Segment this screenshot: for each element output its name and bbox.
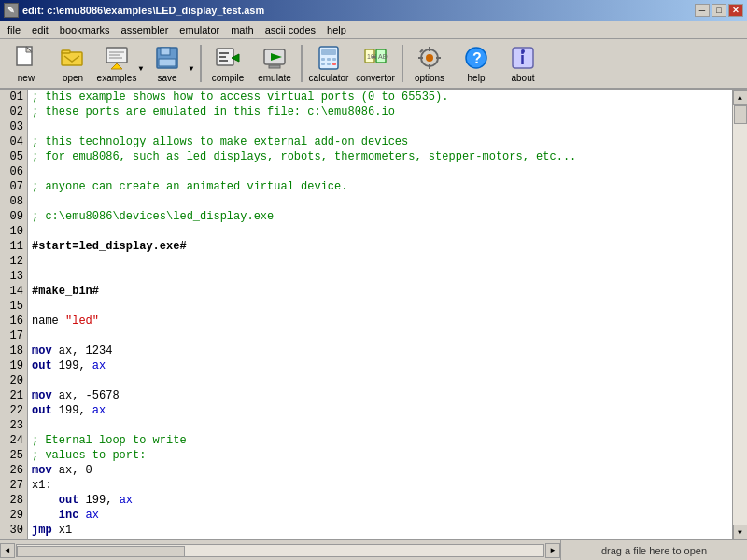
code-line: ; this technology allows to make externa… bbox=[32, 134, 732, 149]
compile-button[interactable]: compile bbox=[205, 41, 250, 86]
line-number: 24 bbox=[0, 433, 27, 448]
menu-item-emulator[interactable]: emulator bbox=[174, 22, 225, 37]
new-button[interactable]: new bbox=[4, 41, 49, 86]
line-number: 03 bbox=[0, 119, 27, 134]
convertor-label: convertor bbox=[356, 73, 395, 83]
save-button[interactable]: save bbox=[148, 41, 187, 86]
svg-rect-23 bbox=[327, 58, 331, 61]
code-line: ; for emu8086, such as led displays, rob… bbox=[32, 149, 732, 164]
line-number: 31 bbox=[0, 538, 27, 539]
menu-item-bookmarks[interactable]: bookmarks bbox=[54, 22, 116, 37]
open-button[interactable]: open bbox=[50, 41, 95, 86]
menu-item-ascii codes[interactable]: ascii codes bbox=[260, 22, 321, 37]
svg-rect-24 bbox=[332, 58, 336, 61]
line-number: 07 bbox=[0, 179, 27, 194]
svg-rect-11 bbox=[159, 59, 176, 66]
examples-dropdown-arrow[interactable]: ▼ bbox=[136, 41, 146, 86]
help-button[interactable]: ? help bbox=[454, 41, 499, 86]
examples-button-wrap: examples ▼ bbox=[97, 41, 146, 86]
line-number: 29 bbox=[0, 508, 27, 523]
options-label: options bbox=[415, 73, 444, 83]
scroll-thumb[interactable] bbox=[734, 105, 747, 124]
line-number: 06 bbox=[0, 164, 27, 179]
about-label: about bbox=[511, 73, 534, 83]
emulate-button[interactable]: emulate bbox=[252, 41, 297, 86]
svg-rect-36 bbox=[429, 64, 430, 69]
code-line: mov ax, 1234 bbox=[32, 343, 732, 358]
drag-status-text: drag a file here to open bbox=[560, 540, 747, 561]
line-number: 23 bbox=[0, 418, 27, 433]
svg-marker-8 bbox=[111, 63, 122, 69]
code-line bbox=[32, 224, 732, 239]
scroll-right-arrow[interactable]: ► bbox=[545, 543, 560, 558]
options-icon bbox=[415, 44, 444, 71]
code-line: out 199, ax bbox=[32, 358, 732, 373]
code-line: out 199, ax bbox=[32, 493, 732, 508]
calculator-button[interactable]: calculator bbox=[306, 41, 351, 86]
line-number: 26 bbox=[0, 463, 27, 478]
svg-rect-26 bbox=[327, 63, 331, 65]
menu-item-edit[interactable]: edit bbox=[26, 22, 54, 37]
save-dropdown-arrow[interactable]: ▼ bbox=[187, 41, 196, 86]
line-number: 21 bbox=[0, 388, 27, 403]
menu-item-help[interactable]: help bbox=[321, 22, 352, 37]
svg-rect-35 bbox=[429, 47, 430, 51]
line-number: 16 bbox=[0, 314, 27, 329]
line-number: 11 bbox=[0, 239, 27, 254]
titlebar: ✎ edit: c:\emu8086\examples\LED_display_… bbox=[0, 0, 747, 21]
toolbar-separator-3 bbox=[402, 45, 403, 82]
scroll-down-arrow[interactable]: ▼ bbox=[733, 525, 748, 539]
compile-icon bbox=[213, 44, 243, 71]
scroll-left-arrow[interactable]: ◄ bbox=[0, 543, 15, 558]
code-line: name "led" bbox=[32, 314, 732, 329]
code-line: jmp x1 bbox=[32, 523, 732, 538]
close-button[interactable]: ✕ bbox=[728, 4, 743, 17]
svg-point-34 bbox=[426, 54, 433, 62]
examples-label: examples bbox=[97, 73, 137, 83]
line-number: 04 bbox=[0, 134, 27, 149]
titlebar-left: ✎ edit: c:\emu8086\examples\LED_display_… bbox=[4, 3, 264, 18]
code-line: mov ax, 0 bbox=[32, 463, 732, 478]
calculator-icon bbox=[314, 44, 344, 71]
line-number: 18 bbox=[0, 343, 27, 358]
code-area[interactable]: ; this example shows how to access virtu… bbox=[28, 90, 732, 539]
compile-label: compile bbox=[212, 73, 244, 83]
svg-rect-19 bbox=[269, 65, 280, 68]
line-number: 05 bbox=[0, 149, 27, 164]
hscroll-track[interactable] bbox=[16, 544, 544, 557]
line-number: 17 bbox=[0, 329, 27, 343]
about-icon: i bbox=[508, 44, 538, 71]
emulate-icon bbox=[260, 44, 289, 71]
code-line bbox=[32, 269, 732, 284]
code-line bbox=[32, 119, 732, 134]
svg-rect-10 bbox=[161, 48, 170, 55]
emulate-label: emulate bbox=[258, 73, 291, 83]
svg-rect-27 bbox=[332, 63, 336, 65]
svg-text:?: ? bbox=[472, 50, 482, 66]
scroll-up-arrow[interactable]: ▲ bbox=[733, 90, 748, 105]
about-button[interactable]: i about bbox=[500, 41, 545, 86]
menu-item-file[interactable]: file bbox=[2, 22, 26, 37]
code-line bbox=[32, 254, 732, 269]
line-number: 30 bbox=[0, 523, 27, 538]
scroll-track[interactable] bbox=[733, 105, 748, 525]
convertor-button[interactable]: 101 ABC convertor bbox=[353, 41, 398, 86]
code-line: inc ax bbox=[32, 508, 732, 523]
save-icon bbox=[152, 44, 182, 71]
open-label: open bbox=[63, 73, 83, 83]
maximize-button[interactable]: □ bbox=[712, 4, 726, 17]
line-number: 12 bbox=[0, 254, 27, 269]
code-line bbox=[32, 164, 732, 179]
line-number: 14 bbox=[0, 284, 27, 299]
titlebar-buttons: ─ □ ✕ bbox=[695, 4, 743, 17]
vertical-scrollbar[interactable]: ▲ ▼ bbox=[732, 90, 747, 539]
code-line: #start=led_display.exe# bbox=[32, 239, 732, 254]
hscroll-thumb[interactable] bbox=[17, 546, 185, 557]
options-button[interactable]: options bbox=[407, 41, 452, 86]
minimize-button[interactable]: ─ bbox=[695, 4, 710, 17]
titlebar-icon: ✎ bbox=[4, 3, 19, 18]
menu-item-assembler[interactable]: assembler bbox=[116, 22, 175, 37]
code-line bbox=[32, 373, 732, 388]
menu-item-math[interactable]: math bbox=[225, 22, 259, 37]
examples-button[interactable]: examples bbox=[97, 41, 136, 86]
